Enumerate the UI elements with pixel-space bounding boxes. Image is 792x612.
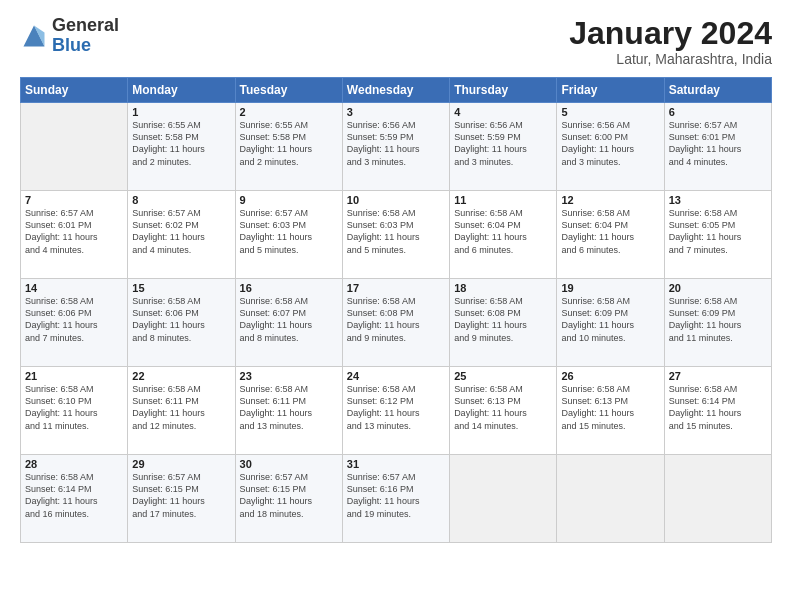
day-number: 30 xyxy=(240,458,338,470)
calendar-cell: 5Sunrise: 6:56 AM Sunset: 6:00 PM Daylig… xyxy=(557,103,664,191)
day-info: Sunrise: 6:58 AM Sunset: 6:11 PM Dayligh… xyxy=(132,383,230,432)
day-number: 16 xyxy=(240,282,338,294)
calendar-cell: 14Sunrise: 6:58 AM Sunset: 6:06 PM Dayli… xyxy=(21,279,128,367)
day-info: Sunrise: 6:58 AM Sunset: 6:06 PM Dayligh… xyxy=(132,295,230,344)
calendar-cell: 28Sunrise: 6:58 AM Sunset: 6:14 PM Dayli… xyxy=(21,455,128,543)
day-info: Sunrise: 6:58 AM Sunset: 6:14 PM Dayligh… xyxy=(669,383,767,432)
logo-text: General Blue xyxy=(52,16,119,56)
title-area: January 2024 Latur, Maharashtra, India xyxy=(569,16,772,67)
week-row-1: 1Sunrise: 6:55 AM Sunset: 5:58 PM Daylig… xyxy=(21,103,772,191)
day-of-week-saturday: Saturday xyxy=(664,78,771,103)
calendar-cell: 24Sunrise: 6:58 AM Sunset: 6:12 PM Dayli… xyxy=(342,367,449,455)
calendar-cell: 11Sunrise: 6:58 AM Sunset: 6:04 PM Dayli… xyxy=(450,191,557,279)
day-number: 23 xyxy=(240,370,338,382)
calendar-cell: 13Sunrise: 6:58 AM Sunset: 6:05 PM Dayli… xyxy=(664,191,771,279)
calendar-cell: 3Sunrise: 6:56 AM Sunset: 5:59 PM Daylig… xyxy=(342,103,449,191)
calendar-cell: 1Sunrise: 6:55 AM Sunset: 5:58 PM Daylig… xyxy=(128,103,235,191)
day-info: Sunrise: 6:57 AM Sunset: 6:03 PM Dayligh… xyxy=(240,207,338,256)
day-number: 29 xyxy=(132,458,230,470)
day-info: Sunrise: 6:57 AM Sunset: 6:15 PM Dayligh… xyxy=(132,471,230,520)
calendar-cell: 2Sunrise: 6:55 AM Sunset: 5:58 PM Daylig… xyxy=(235,103,342,191)
day-info: Sunrise: 6:58 AM Sunset: 6:10 PM Dayligh… xyxy=(25,383,123,432)
day-number: 28 xyxy=(25,458,123,470)
day-number: 3 xyxy=(347,106,445,118)
calendar-cell: 23Sunrise: 6:58 AM Sunset: 6:11 PM Dayli… xyxy=(235,367,342,455)
day-info: Sunrise: 6:57 AM Sunset: 6:16 PM Dayligh… xyxy=(347,471,445,520)
day-number: 13 xyxy=(669,194,767,206)
day-of-week-friday: Friday xyxy=(557,78,664,103)
calendar-cell xyxy=(557,455,664,543)
day-number: 1 xyxy=(132,106,230,118)
calendar-cell xyxy=(21,103,128,191)
header: General Blue January 2024 Latur, Maharas… xyxy=(20,16,772,67)
day-number: 19 xyxy=(561,282,659,294)
day-info: Sunrise: 6:57 AM Sunset: 6:01 PM Dayligh… xyxy=(25,207,123,256)
calendar-cell: 16Sunrise: 6:58 AM Sunset: 6:07 PM Dayli… xyxy=(235,279,342,367)
day-info: Sunrise: 6:58 AM Sunset: 6:14 PM Dayligh… xyxy=(25,471,123,520)
day-info: Sunrise: 6:56 AM Sunset: 5:59 PM Dayligh… xyxy=(454,119,552,168)
day-number: 21 xyxy=(25,370,123,382)
day-number: 25 xyxy=(454,370,552,382)
day-number: 24 xyxy=(347,370,445,382)
week-row-2: 7Sunrise: 6:57 AM Sunset: 6:01 PM Daylig… xyxy=(21,191,772,279)
calendar-cell: 7Sunrise: 6:57 AM Sunset: 6:01 PM Daylig… xyxy=(21,191,128,279)
day-info: Sunrise: 6:56 AM Sunset: 6:00 PM Dayligh… xyxy=(561,119,659,168)
day-number: 14 xyxy=(25,282,123,294)
calendar-cell: 19Sunrise: 6:58 AM Sunset: 6:09 PM Dayli… xyxy=(557,279,664,367)
day-info: Sunrise: 6:57 AM Sunset: 6:02 PM Dayligh… xyxy=(132,207,230,256)
day-info: Sunrise: 6:55 AM Sunset: 5:58 PM Dayligh… xyxy=(132,119,230,168)
calendar-cell: 29Sunrise: 6:57 AM Sunset: 6:15 PM Dayli… xyxy=(128,455,235,543)
day-info: Sunrise: 6:58 AM Sunset: 6:03 PM Dayligh… xyxy=(347,207,445,256)
days-of-week-row: SundayMondayTuesdayWednesdayThursdayFrid… xyxy=(21,78,772,103)
calendar-cell: 15Sunrise: 6:58 AM Sunset: 6:06 PM Dayli… xyxy=(128,279,235,367)
week-row-4: 21Sunrise: 6:58 AM Sunset: 6:10 PM Dayli… xyxy=(21,367,772,455)
logo: General Blue xyxy=(20,16,119,56)
day-number: 10 xyxy=(347,194,445,206)
logo-icon xyxy=(20,22,48,50)
day-number: 15 xyxy=(132,282,230,294)
day-of-week-sunday: Sunday xyxy=(21,78,128,103)
calendar-cell: 10Sunrise: 6:58 AM Sunset: 6:03 PM Dayli… xyxy=(342,191,449,279)
day-number: 22 xyxy=(132,370,230,382)
location: Latur, Maharashtra, India xyxy=(569,51,772,67)
calendar-cell: 8Sunrise: 6:57 AM Sunset: 6:02 PM Daylig… xyxy=(128,191,235,279)
day-number: 27 xyxy=(669,370,767,382)
day-number: 5 xyxy=(561,106,659,118)
calendar-cell: 17Sunrise: 6:58 AM Sunset: 6:08 PM Dayli… xyxy=(342,279,449,367)
calendar-cell: 27Sunrise: 6:58 AM Sunset: 6:14 PM Dayli… xyxy=(664,367,771,455)
day-number: 4 xyxy=(454,106,552,118)
week-row-5: 28Sunrise: 6:58 AM Sunset: 6:14 PM Dayli… xyxy=(21,455,772,543)
day-number: 6 xyxy=(669,106,767,118)
week-row-3: 14Sunrise: 6:58 AM Sunset: 6:06 PM Dayli… xyxy=(21,279,772,367)
calendar-cell: 30Sunrise: 6:57 AM Sunset: 6:15 PM Dayli… xyxy=(235,455,342,543)
logo-general: General xyxy=(52,16,119,36)
calendar-cell: 12Sunrise: 6:58 AM Sunset: 6:04 PM Dayli… xyxy=(557,191,664,279)
calendar-cell xyxy=(450,455,557,543)
day-info: Sunrise: 6:58 AM Sunset: 6:04 PM Dayligh… xyxy=(561,207,659,256)
day-info: Sunrise: 6:58 AM Sunset: 6:09 PM Dayligh… xyxy=(669,295,767,344)
day-info: Sunrise: 6:58 AM Sunset: 6:08 PM Dayligh… xyxy=(454,295,552,344)
logo-blue: Blue xyxy=(52,36,119,56)
day-info: Sunrise: 6:58 AM Sunset: 6:11 PM Dayligh… xyxy=(240,383,338,432)
calendar-cell: 4Sunrise: 6:56 AM Sunset: 5:59 PM Daylig… xyxy=(450,103,557,191)
day-info: Sunrise: 6:58 AM Sunset: 6:13 PM Dayligh… xyxy=(454,383,552,432)
day-of-week-wednesday: Wednesday xyxy=(342,78,449,103)
day-number: 11 xyxy=(454,194,552,206)
day-info: Sunrise: 6:58 AM Sunset: 6:09 PM Dayligh… xyxy=(561,295,659,344)
day-number: 17 xyxy=(347,282,445,294)
day-info: Sunrise: 6:58 AM Sunset: 6:07 PM Dayligh… xyxy=(240,295,338,344)
calendar-table: SundayMondayTuesdayWednesdayThursdayFrid… xyxy=(20,77,772,543)
day-number: 9 xyxy=(240,194,338,206)
day-info: Sunrise: 6:58 AM Sunset: 6:05 PM Dayligh… xyxy=(669,207,767,256)
day-number: 12 xyxy=(561,194,659,206)
day-number: 20 xyxy=(669,282,767,294)
day-info: Sunrise: 6:58 AM Sunset: 6:13 PM Dayligh… xyxy=(561,383,659,432)
calendar-cell: 20Sunrise: 6:58 AM Sunset: 6:09 PM Dayli… xyxy=(664,279,771,367)
calendar-cell xyxy=(664,455,771,543)
day-number: 7 xyxy=(25,194,123,206)
day-of-week-monday: Monday xyxy=(128,78,235,103)
calendar-cell: 6Sunrise: 6:57 AM Sunset: 6:01 PM Daylig… xyxy=(664,103,771,191)
day-number: 2 xyxy=(240,106,338,118)
calendar-cell: 18Sunrise: 6:58 AM Sunset: 6:08 PM Dayli… xyxy=(450,279,557,367)
calendar-cell: 9Sunrise: 6:57 AM Sunset: 6:03 PM Daylig… xyxy=(235,191,342,279)
